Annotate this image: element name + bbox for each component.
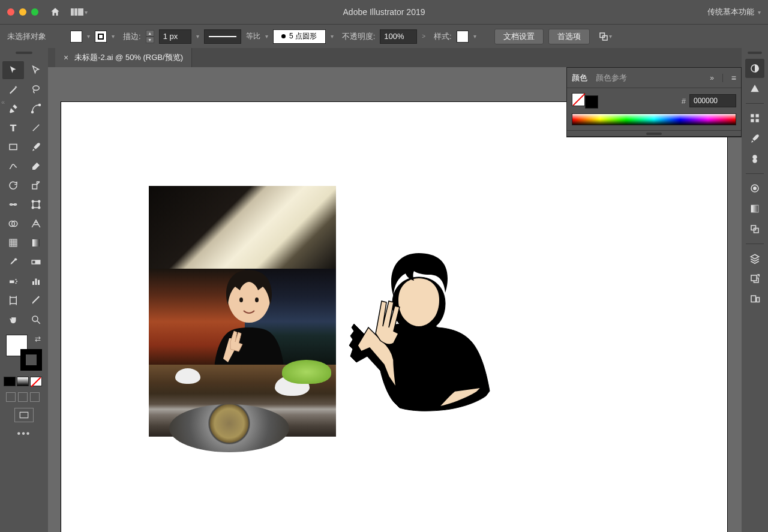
panel-grip[interactable]: [9, 52, 39, 59]
preferences-button[interactable]: 首选项: [548, 29, 590, 44]
shaper-tool[interactable]: [2, 157, 24, 175]
color-mode-gradient[interactable]: [17, 377, 29, 386]
artboard: [61, 102, 727, 532]
variable-width-profile[interactable]: [204, 29, 241, 44]
type-tool[interactable]: [2, 119, 24, 137]
color-guide-panel-icon[interactable]: [745, 79, 764, 98]
svg-rect-7: [32, 185, 37, 190]
fill-stroke-indicator[interactable]: ⇄: [6, 335, 42, 371]
document-setup-button[interactable]: 文档设置: [494, 29, 544, 44]
color-spectrum[interactable]: [572, 113, 736, 125]
draw-inside[interactable]: [30, 392, 40, 402]
canvas[interactable]: 颜色 颜色参考 » ≡ #: [48, 67, 742, 532]
stroke-panel-icon[interactable]: [745, 179, 764, 198]
screen-mode-button[interactable]: [14, 408, 34, 422]
minimize-window-button[interactable]: [19, 8, 26, 16]
curvature-tool[interactable]: [25, 100, 47, 118]
svg-rect-54: [757, 297, 760, 302]
color-panel-icon[interactable]: [745, 59, 764, 78]
collapse-panel-icon[interactable]: »: [710, 74, 714, 82]
svg-rect-30: [35, 279, 37, 285]
stroke-width-stepper[interactable]: ▲▼: [146, 30, 154, 43]
window-controls: [7, 8, 38, 16]
arrange-documents-button[interactable]: ▾: [68, 4, 90, 20]
swatches-panel-icon[interactable]: [745, 109, 764, 128]
chevron-down-icon[interactable]: ▾: [87, 33, 90, 40]
chevron-down-icon[interactable]: ▾: [265, 33, 268, 40]
mesh-tool[interactable]: [2, 234, 24, 252]
hex-input[interactable]: [689, 94, 736, 107]
rectangle-tool[interactable]: [2, 138, 24, 156]
graphic-style-swatch[interactable]: [457, 31, 469, 43]
home-button[interactable]: [47, 4, 64, 20]
style-label: 样式:: [434, 31, 452, 42]
maximize-window-button[interactable]: [31, 8, 38, 16]
line-segment-tool[interactable]: [25, 119, 47, 137]
brush-definition[interactable]: 5 点圆形: [273, 29, 326, 44]
eraser-tool[interactable]: [25, 157, 47, 175]
svg-point-27: [16, 281, 17, 282]
placed-reference-photo[interactable]: [149, 186, 336, 437]
document-area: × 未标题-2.ai @ 50% (RGB/预览): [48, 48, 742, 532]
chevron-down-icon[interactable]: ▾: [331, 33, 334, 40]
collapse-left-icon[interactable]: «: [1, 98, 5, 106]
width-tool[interactable]: [2, 196, 24, 214]
panel-menu-icon[interactable]: ≡: [731, 73, 736, 83]
traced-vector-artwork[interactable]: [344, 252, 506, 416]
symbol-sprayer-tool[interactable]: [2, 272, 24, 290]
svg-point-26: [15, 279, 16, 280]
direct-selection-tool[interactable]: [25, 61, 47, 79]
column-graph-tool[interactable]: [25, 272, 47, 290]
stroke-width-field[interactable]: 1 px: [159, 29, 191, 44]
perspective-grid-tool[interactable]: [25, 215, 47, 233]
opacity-field[interactable]: 100%: [380, 29, 417, 44]
paintbrush-tool[interactable]: [25, 138, 47, 156]
color-panel-tab[interactable]: 颜色: [572, 73, 587, 83]
rotate-tool[interactable]: [2, 176, 24, 194]
gradient-panel-icon[interactable]: [745, 199, 764, 218]
artboards-panel-icon[interactable]: [745, 290, 764, 309]
pen-tool[interactable]: [2, 100, 24, 118]
document-tab[interactable]: × 未标题-2.ai @ 50% (RGB/预览): [55, 48, 192, 67]
artboard-tool[interactable]: [2, 291, 24, 309]
chevron-down-icon[interactable]: >: [422, 33, 425, 40]
draw-behind[interactable]: [18, 392, 28, 402]
slice-tool[interactable]: [25, 291, 47, 309]
chevron-down-icon[interactable]: ▾: [196, 33, 199, 40]
draw-normal[interactable]: [6, 392, 16, 402]
workspace-switcher[interactable]: 传统基本功能 ▾: [707, 7, 761, 17]
edit-toolbar-button[interactable]: •••: [2, 428, 46, 439]
zoom-tool[interactable]: [25, 311, 47, 329]
free-transform-tool[interactable]: [25, 196, 47, 214]
title-bar: ▾ Adobe Illustrator 2019 传统基本功能 ▾: [0, 0, 768, 24]
document-tabs: × 未标题-2.ai @ 50% (RGB/预览): [48, 48, 742, 67]
blend-tool[interactable]: [25, 253, 47, 271]
chevron-down-icon[interactable]: ▾: [112, 33, 115, 40]
fill-swatch[interactable]: [70, 31, 82, 43]
asset-export-panel-icon[interactable]: [745, 269, 764, 288]
eyedropper-tool[interactable]: [2, 253, 24, 271]
brushes-panel-icon[interactable]: [745, 129, 764, 148]
close-window-button[interactable]: [7, 8, 14, 16]
shape-builder-tool[interactable]: [2, 215, 24, 233]
selection-tool[interactable]: [2, 61, 24, 79]
symbols-panel-icon[interactable]: [745, 149, 764, 169]
panel-grip[interactable]: [748, 52, 762, 54]
close-tab-icon[interactable]: ×: [64, 53, 68, 62]
lasso-tool[interactable]: [25, 80, 47, 98]
hand-tool[interactable]: [2, 311, 24, 329]
gradient-tool[interactable]: [25, 234, 47, 252]
align-flyout[interactable]: ▾: [598, 31, 612, 42]
color-mode-none[interactable]: [30, 377, 42, 386]
stroke-swatch[interactable]: [95, 31, 107, 43]
magic-wand-tool[interactable]: [2, 80, 24, 98]
color-guide-tab[interactable]: 颜色参考: [596, 73, 627, 83]
chevron-down-icon[interactable]: ▾: [473, 33, 476, 40]
stroke-color-box[interactable]: [20, 349, 42, 371]
swap-fill-stroke-icon[interactable]: ⇄: [35, 335, 41, 343]
transparency-panel-icon[interactable]: [745, 220, 764, 239]
panel-fill-stroke[interactable]: [572, 93, 598, 109]
layers-panel-icon[interactable]: [745, 249, 764, 268]
scale-tool[interactable]: [25, 176, 47, 194]
color-mode-solid[interactable]: [4, 377, 16, 386]
